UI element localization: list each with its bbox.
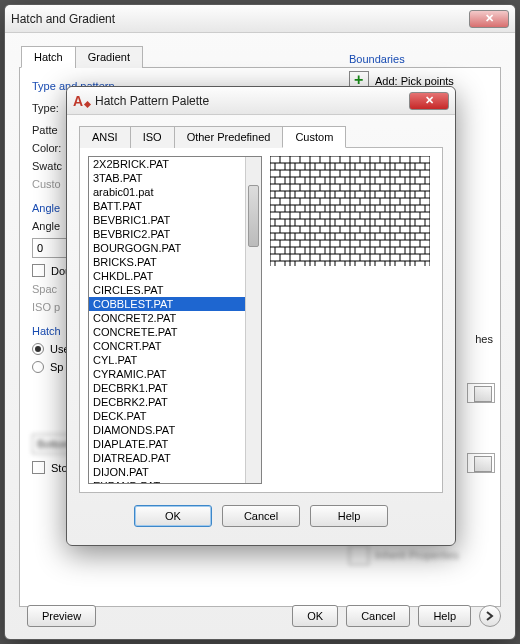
tab-ansi[interactable]: ANSI	[79, 126, 131, 148]
hatch-pattern-palette-dialog: Hatch Pattern Palette ✕ ANSI ISO Other P…	[66, 86, 456, 546]
boundaries-title: Boundaries	[349, 53, 489, 65]
list-item[interactable]: CONCRT.PAT	[89, 339, 261, 353]
palette-cancel-button[interactable]: Cancel	[222, 505, 300, 527]
tab-custom[interactable]: Custom	[282, 126, 346, 148]
palette-ok-button[interactable]: OK	[134, 505, 212, 527]
list-item[interactable]: BEVBRIC2.PAT	[89, 227, 261, 241]
list-item[interactable]: DIJON.PAT	[89, 465, 261, 479]
list-item[interactable]: CYL.PAT	[89, 353, 261, 367]
main-help-button[interactable]: Help	[418, 605, 471, 627]
tab-iso[interactable]: ISO	[130, 126, 175, 148]
hes-text: hes	[475, 333, 493, 345]
preview-button[interactable]: Preview	[27, 605, 96, 627]
list-item[interactable]: BOURGOGN.PAT	[89, 241, 261, 255]
list-item[interactable]: COBBLEST.PAT	[89, 297, 261, 311]
palette-title: Hatch Pattern Palette	[95, 94, 409, 108]
list-item[interactable]: CONCRETE.PAT	[89, 325, 261, 339]
palette-help-button[interactable]: Help	[310, 505, 388, 527]
list-item[interactable]: DECBRK1.PAT	[89, 381, 261, 395]
list-item[interactable]: DECK.PAT	[89, 409, 261, 423]
inherit-icon[interactable]	[349, 545, 369, 565]
svg-rect-6	[270, 156, 430, 266]
list-item[interactable]: arabic01.pat	[89, 185, 261, 199]
list-scrollbar[interactable]	[245, 157, 261, 483]
side-combo-1[interactable]	[467, 383, 495, 403]
list-item[interactable]: DIAMONDS.PAT	[89, 423, 261, 437]
main-cancel-button[interactable]: Cancel	[346, 605, 410, 627]
list-item[interactable]: CIRCLES.PAT	[89, 283, 261, 297]
chevron-right-icon	[485, 611, 495, 621]
list-item[interactable]: CYRAMIC.PAT	[89, 367, 261, 381]
main-title: Hatch and Gradient	[11, 12, 469, 26]
main-button-row: Preview OK Cancel Help	[5, 605, 515, 627]
side-combo-2[interactable]	[467, 453, 495, 473]
tab-hatch[interactable]: Hatch	[21, 46, 76, 68]
list-item[interactable]: DECBRK2.PAT	[89, 395, 261, 409]
autocad-icon	[73, 93, 89, 109]
palette-close-button[interactable]: ✕	[409, 92, 449, 110]
list-item[interactable]: BRICKS.PAT	[89, 255, 261, 269]
list-item[interactable]: DIATREAD.PAT	[89, 451, 261, 465]
list-item[interactable]: BEVBRIC1.PAT	[89, 213, 261, 227]
palette-body: 2X2BRICK.PAT3TAB.PATarabic01.patBATT.PAT…	[79, 147, 443, 493]
list-item[interactable]: CHKDL.PAT	[89, 269, 261, 283]
list-item[interactable]: BATT.PAT	[89, 199, 261, 213]
pattern-preview-area	[270, 156, 434, 484]
tab-other[interactable]: Other Predefined	[174, 126, 284, 148]
list-item[interactable]: 2X2BRICK.PAT	[89, 157, 261, 171]
tab-gradient[interactable]: Gradient	[75, 46, 143, 68]
pattern-swatch	[270, 156, 430, 266]
store-default-checkbox[interactable]	[32, 461, 45, 474]
main-ok-button[interactable]: OK	[292, 605, 338, 627]
main-titlebar: Hatch and Gradient ✕	[5, 5, 515, 33]
list-item[interactable]: EXPAND.PAT	[89, 479, 261, 484]
use-radio[interactable]	[32, 343, 44, 355]
close-button[interactable]: ✕	[469, 10, 509, 28]
expand-button[interactable]	[479, 605, 501, 627]
palette-button-row: OK Cancel Help	[67, 505, 455, 539]
sp-radio[interactable]	[32, 361, 44, 373]
pattern-file-list[interactable]: 2X2BRICK.PAT3TAB.PATarabic01.patBATT.PAT…	[88, 156, 262, 484]
inherit-label: Inherit Properties	[375, 549, 459, 561]
double-checkbox[interactable]	[32, 264, 45, 277]
sp-label: Sp	[50, 361, 63, 373]
list-item[interactable]: CONCRET2.PAT	[89, 311, 261, 325]
palette-titlebar: Hatch Pattern Palette ✕	[67, 87, 455, 115]
list-item[interactable]: 3TAB.PAT	[89, 171, 261, 185]
palette-tabstrip: ANSI ISO Other Predefined Custom	[79, 125, 455, 147]
list-item[interactable]: DIAPLATE.PAT	[89, 437, 261, 451]
